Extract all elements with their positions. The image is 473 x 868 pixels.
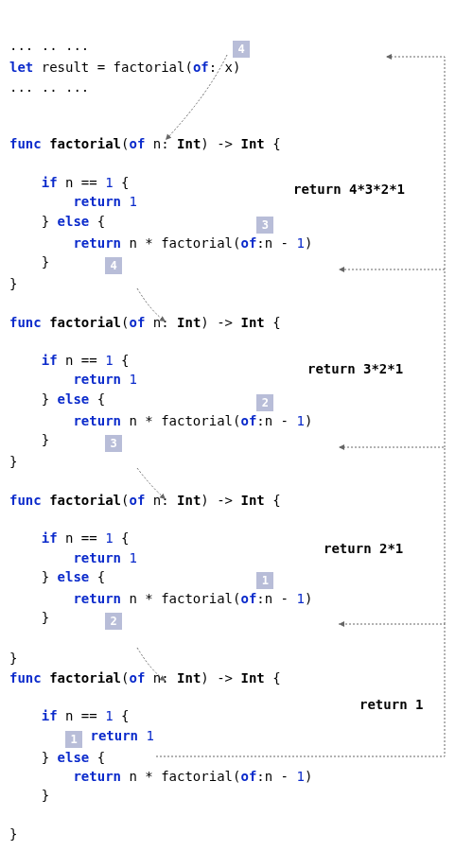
badge-arg-1: 1 [256,572,273,589]
return-label-2: return 3*2*1 [307,359,403,378]
return-label-4: return 1 [359,695,423,714]
return-label-1: return 4*3*2*1 [293,180,405,199]
badge-arg-2: 2 [256,394,273,411]
badge-n-3: 3 [105,435,122,452]
intro-dots: ... .. ... [9,38,89,53]
badge-n-4: 4 [105,257,122,274]
badge-n-2: 2 [105,613,122,630]
return-label-3: return 2*1 [324,539,403,558]
badge-call-4: 4 [233,41,250,58]
intro-dots-2: ... .. ... [9,79,89,95]
badge-ret1-1: 1 [65,731,82,748]
code-diagram: ... .. ... 4 let result = factorial(of: … [9,17,464,843]
badge-arg-3: 3 [256,217,273,234]
